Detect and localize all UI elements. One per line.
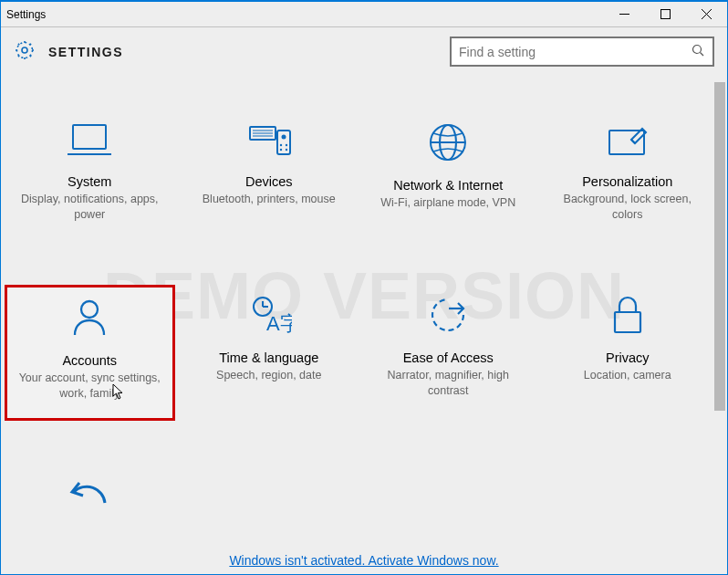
tile-title: Time & language bbox=[219, 350, 318, 365]
settings-grid: System Display, notifications, apps, pow… bbox=[1, 76, 727, 544]
page-title: SETTINGS bbox=[48, 45, 123, 59]
tile-title: Ease of Access bbox=[403, 350, 494, 365]
svg-point-6 bbox=[693, 45, 702, 53]
svg-point-25 bbox=[81, 301, 98, 318]
tile-network[interactable]: Network & Internet Wi-Fi, airplane mode,… bbox=[363, 112, 534, 239]
gear-icon bbox=[14, 39, 36, 65]
page-header: SETTINGS bbox=[1, 27, 727, 76]
search-box[interactable] bbox=[450, 37, 714, 67]
svg-point-18 bbox=[280, 149, 282, 151]
tile-desc: Display, notifications, apps, power bbox=[12, 192, 167, 223]
search-input[interactable] bbox=[459, 45, 692, 59]
titlebar: Settings bbox=[1, 2, 727, 27]
maximize-button[interactable] bbox=[645, 2, 686, 27]
svg-rect-1 bbox=[661, 10, 671, 19]
close-button[interactable] bbox=[686, 2, 727, 27]
tile-title: Personalization bbox=[582, 174, 672, 189]
personalize-icon bbox=[604, 121, 651, 163]
tile-desc: Location, camera bbox=[584, 368, 671, 383]
svg-point-19 bbox=[286, 149, 287, 151]
tile-title: Network & Internet bbox=[393, 178, 503, 193]
tile-ease-of-access[interactable]: Ease of Access Narrator, magnifier, high… bbox=[363, 285, 534, 421]
undo-icon bbox=[65, 476, 114, 521]
tile-desc: Your account, sync settings, work, famil… bbox=[13, 371, 167, 402]
tile-update[interactable] bbox=[5, 466, 175, 545]
tile-personalization[interactable]: Personalization Background, lock screen,… bbox=[543, 112, 713, 239]
tile-desc: Wi-Fi, airplane mode, VPN bbox=[380, 195, 515, 211]
search-icon bbox=[692, 44, 705, 60]
tile-desc: Bluetooth, printers, mouse bbox=[203, 192, 336, 207]
tile-title: System bbox=[68, 174, 111, 189]
lock-icon bbox=[609, 294, 646, 340]
tile-title: Accounts bbox=[62, 353, 117, 368]
tile-title: Privacy bbox=[606, 350, 650, 365]
laptop-icon bbox=[65, 121, 114, 163]
window-title: Settings bbox=[6, 8, 604, 21]
tile-accounts[interactable]: Accounts Your account, sync settings, wo… bbox=[5, 285, 175, 421]
svg-rect-31 bbox=[615, 312, 640, 332]
svg-point-15 bbox=[281, 135, 286, 140]
svg-rect-8 bbox=[73, 125, 106, 149]
ease-of-access-icon bbox=[427, 294, 469, 340]
tile-desc: Background, lock screen, colors bbox=[550, 192, 705, 223]
svg-line-7 bbox=[701, 52, 704, 56]
person-icon bbox=[68, 297, 110, 342]
svg-point-16 bbox=[280, 144, 282, 146]
minimize-button[interactable] bbox=[604, 2, 645, 27]
tile-time-language[interactable]: A字 Time & language Speech, region, date bbox=[184, 285, 355, 421]
devices-icon bbox=[244, 121, 294, 163]
tile-title: Devices bbox=[245, 174, 293, 189]
activation-link-bar: Windows isn't activated. Activate Window… bbox=[1, 552, 727, 569]
svg-point-4 bbox=[22, 47, 27, 53]
time-language-icon: A字 bbox=[246, 294, 292, 340]
svg-rect-23 bbox=[609, 131, 644, 154]
tile-system[interactable]: System Display, notifications, apps, pow… bbox=[5, 112, 175, 239]
content-area: DEMO VERSION System Display, notificatio… bbox=[1, 76, 727, 544]
svg-point-17 bbox=[286, 144, 287, 146]
tile-devices[interactable]: Devices Bluetooth, printers, mouse bbox=[184, 112, 355, 239]
svg-line-24 bbox=[631, 140, 635, 143]
activate-windows-link[interactable]: Windows isn't activated. Activate Window… bbox=[229, 553, 498, 568]
globe-icon bbox=[427, 121, 469, 167]
svg-rect-14 bbox=[277, 131, 290, 154]
tile-desc: Speech, region, date bbox=[216, 368, 321, 383]
tile-desc: Narrator, magnifier, high contrast bbox=[370, 368, 525, 399]
svg-text:A字: A字 bbox=[266, 312, 292, 335]
tile-privacy[interactable]: Privacy Location, camera bbox=[543, 285, 713, 421]
